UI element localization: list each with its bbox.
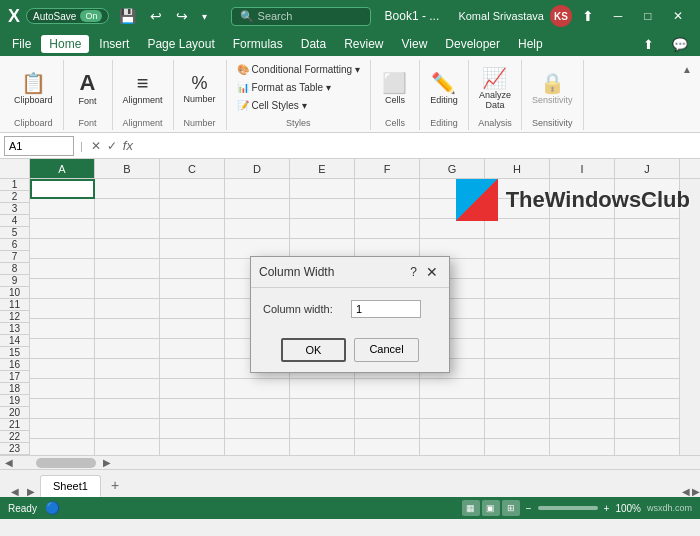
minimize-button[interactable]: ─	[604, 6, 632, 26]
status-bar: Ready 🔵 ▦ ▣ ⊞ − + 100% wsxdh.com	[0, 497, 700, 519]
macro-recording-icon[interactable]: 🔵	[45, 501, 60, 515]
sensitivity-group-label: Sensitivity	[532, 118, 573, 128]
cell-styles-label: Cell Styles ▾	[252, 100, 307, 111]
user-name: Komal Srivastava	[458, 10, 544, 22]
status-right: ▦ ▣ ⊞ − + 100% wsxdh.com	[462, 500, 692, 516]
zoom-slider[interactable]	[538, 506, 598, 510]
number-button[interactable]: % Number	[180, 71, 220, 107]
number-icon: %	[192, 74, 208, 92]
save-icon[interactable]: 💾	[115, 6, 140, 26]
ribbon-group-number: % Number Number	[174, 60, 227, 130]
dialog-close-button[interactable]: ✕	[423, 263, 441, 281]
editing-label: Editing	[430, 95, 458, 105]
share-icon[interactable]: ⬆	[635, 35, 662, 54]
analyze-data-icon: 📈	[482, 68, 507, 88]
menu-item-page-layout[interactable]: Page Layout	[139, 35, 222, 53]
scroll-tab-right[interactable]: ▶	[692, 486, 700, 497]
cell-styles-icon: 📝	[237, 100, 249, 111]
font-button[interactable]: A Font	[70, 69, 106, 109]
dialog-help-button[interactable]: ?	[410, 265, 417, 279]
close-button[interactable]: ✕	[664, 6, 692, 26]
menu-item-home[interactable]: Home	[41, 35, 89, 53]
dialog-buttons: OK Cancel	[251, 338, 449, 372]
clipboard-group-label: Clipboard	[14, 118, 53, 128]
ribbon: 📋 Clipboard Clipboard A Font Font ≡ Alig…	[0, 56, 700, 133]
ribbon-collapse-btn[interactable]: ▲	[678, 62, 696, 77]
menu-item-review[interactable]: Review	[336, 35, 391, 53]
scroll-tab-left[interactable]: ◀	[682, 486, 690, 497]
alignment-icon: ≡	[137, 73, 149, 93]
customize-qat-icon[interactable]: ▾	[198, 9, 211, 24]
number-group-label: Number	[184, 118, 216, 128]
search-bar[interactable]: 🔍 Search	[231, 7, 371, 26]
cancel-button[interactable]: Cancel	[354, 338, 419, 362]
ribbon-group-editing: ✏️ Editing Editing	[420, 60, 469, 130]
format-as-table-label: Format as Table ▾	[252, 82, 331, 93]
page-layout-view-button[interactable]: ▣	[482, 500, 500, 516]
conditional-formatting-button[interactable]: 🎨 Conditional Formatting ▾	[233, 62, 364, 77]
maximize-button[interactable]: □	[634, 6, 662, 26]
autosave-toggle[interactable]: AutoSave On	[26, 8, 109, 24]
editing-button[interactable]: ✏️ Editing	[426, 70, 462, 108]
dialog-body: Column width:	[251, 288, 449, 338]
status-left: Ready 🔵	[8, 501, 60, 515]
ready-label: Ready	[8, 503, 37, 514]
editing-icon: ✏️	[431, 73, 456, 93]
analyze-data-button[interactable]: 📈 AnalyzeData	[475, 65, 515, 113]
avatar[interactable]: KS	[550, 5, 572, 27]
number-label: Number	[184, 94, 216, 104]
workbook-title: Book1 - ...	[385, 9, 440, 23]
ribbon-group-alignment: ≡ Alignment Alignment	[113, 60, 174, 130]
ok-button[interactable]: OK	[281, 338, 346, 362]
title-bar: X AutoSave On 💾 ↩ ↪ ▾ 🔍 Search Book1 - .…	[0, 0, 700, 32]
cancel-icon[interactable]: ✕	[89, 139, 103, 153]
zoom-out-icon[interactable]: −	[526, 503, 532, 514]
menu-item-view[interactable]: View	[394, 35, 436, 53]
add-sheet-button[interactable]: +	[103, 473, 127, 497]
search-icon: 🔍	[240, 10, 254, 23]
styles-group-label: Styles	[286, 118, 311, 128]
title-bar-left: X AutoSave On 💾 ↩ ↪ ▾	[8, 6, 211, 27]
formula-icons: ✕ ✓ fx	[89, 138, 135, 153]
confirm-icon[interactable]: ✓	[105, 139, 119, 153]
sheet-tab-sheet1[interactable]: Sheet1	[40, 475, 101, 497]
alignment-group-label: Alignment	[123, 118, 163, 128]
brand-watermark: wsxdh.com	[647, 503, 692, 513]
sensitivity-icon: 🔒	[540, 73, 565, 93]
column-width-dialog: Column Width ? ✕ Column width: OK Cancel	[250, 256, 450, 373]
ribbon-group-cells: ⬜ Cells Cells	[371, 60, 420, 130]
menu-item-data[interactable]: Data	[293, 35, 334, 53]
zoom-in-icon[interactable]: +	[604, 503, 610, 514]
undo-icon[interactable]: ↩	[146, 6, 166, 26]
comments-icon[interactable]: 💬	[664, 35, 696, 54]
name-box[interactable]: A1	[4, 136, 74, 156]
ribbon-collapse-icon[interactable]: ⬆	[578, 6, 598, 26]
menu-item-insert[interactable]: Insert	[91, 35, 137, 53]
redo-icon[interactable]: ↪	[172, 6, 192, 26]
analyze-data-label: AnalyzeData	[479, 90, 511, 110]
ribbon-group-font: A Font Font	[64, 60, 113, 130]
analysis-group-label: Analysis	[478, 118, 512, 128]
dialog-controls: ? ✕	[410, 263, 441, 281]
normal-view-button[interactable]: ▦	[462, 500, 480, 516]
scroll-sheet-left-icon[interactable]: ◀	[8, 486, 22, 497]
page-break-view-button[interactable]: ⊞	[502, 500, 520, 516]
scroll-sheet-right-icon[interactable]: ▶	[24, 486, 38, 497]
alignment-label: Alignment	[123, 95, 163, 105]
menu-item-formulas[interactable]: Formulas	[225, 35, 291, 53]
clipboard-label: Clipboard	[14, 95, 53, 105]
autosave-state: On	[80, 10, 102, 22]
sensitivity-button[interactable]: 🔒 Sensitivity	[528, 70, 577, 108]
cells-button[interactable]: ⬜ Cells	[377, 70, 413, 108]
function-icon[interactable]: fx	[121, 138, 135, 153]
menu-item-file[interactable]: File	[4, 35, 39, 53]
cell-styles-button[interactable]: 📝 Cell Styles ▾	[233, 98, 311, 113]
menu-item-help[interactable]: Help	[510, 35, 551, 53]
menu-item-developer[interactable]: Developer	[437, 35, 508, 53]
alignment-button[interactable]: ≡ Alignment	[119, 70, 167, 108]
column-width-input[interactable]	[351, 300, 421, 318]
format-as-table-button[interactable]: 📊 Format as Table ▾	[233, 80, 335, 95]
conditional-formatting-label: Conditional Formatting ▾	[252, 64, 360, 75]
formula-input[interactable]	[139, 140, 696, 152]
clipboard-button[interactable]: 📋 Clipboard	[10, 70, 57, 108]
